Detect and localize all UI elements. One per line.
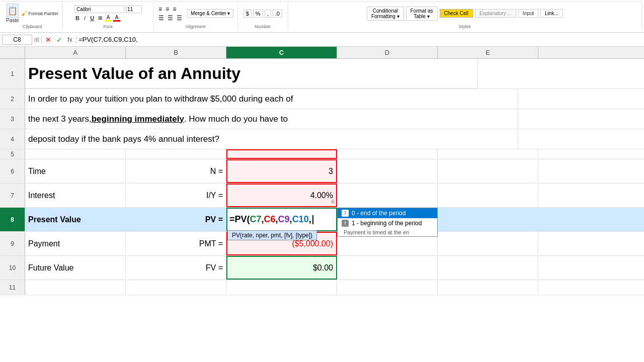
- conditional-formatting-button[interactable]: ConditionalFormatting ▾: [367, 7, 404, 21]
- cell-a10[interactable]: Future Value: [25, 256, 126, 280]
- rows-container: 1 Present Value of an Annuity 2 In order…: [0, 59, 644, 362]
- time-eq: N =: [210, 167, 223, 176]
- cell-e9[interactable]: [438, 232, 538, 255]
- cell-a7[interactable]: Interest: [25, 184, 126, 207]
- dollar-button[interactable]: $: [244, 10, 252, 18]
- cell-ref-divider-icon: ⊞: [34, 36, 39, 43]
- cell-b11[interactable]: [126, 280, 226, 295]
- row-num-11: 11: [0, 280, 25, 295]
- cell-a2[interactable]: In order to pay your tuition you plan to…: [25, 89, 518, 109]
- cell-e5[interactable]: [438, 149, 538, 159]
- excel-window: 📋 Paste 🖌 Format Painter Clipboard: [0, 0, 644, 362]
- autocomplete-item-icon-0: f: [342, 210, 349, 217]
- cell-c10[interactable]: $0.00: [226, 256, 337, 280]
- cell-c7[interactable]: 4.00% ⊕: [226, 184, 337, 207]
- comma-button[interactable]: ,: [265, 10, 271, 18]
- cell-c5[interactable]: [226, 149, 337, 159]
- cell-b8[interactable]: PV =: [126, 208, 226, 231]
- align-center-button[interactable]: ☰: [167, 14, 174, 22]
- col-header-a[interactable]: A: [25, 47, 126, 58]
- formula-text: =PV(C7,C6,C9,C10,: [229, 214, 311, 225]
- row-num-header: [0, 47, 25, 58]
- cell-a3[interactable]: the next 3 years, beginning immediately.…: [25, 109, 518, 129]
- desc-row3-part2: . How much do you have to: [184, 114, 288, 124]
- align-top-button[interactable]: ≡: [157, 5, 163, 13]
- cell-b5[interactable]: [126, 149, 226, 159]
- align-middle-button[interactable]: ≡: [165, 5, 170, 13]
- format-painter-button[interactable]: 🖌 Format Painter: [21, 10, 59, 17]
- cell-d8[interactable]: f 0 - end of the period f 1 - beginning …: [337, 208, 438, 231]
- cell-d6[interactable]: [337, 159, 438, 183]
- cell-a1[interactable]: Present Value of an Annuity: [25, 59, 478, 88]
- autocomplete-dropdown[interactable]: f 0 - end of the period f 1 - beginning …: [337, 208, 438, 237]
- cell-b6[interactable]: N =: [126, 159, 226, 183]
- table-row: 9 Payment PMT = ($5,000.00): [0, 232, 644, 256]
- font-color-button[interactable]: A: [113, 15, 120, 22]
- explanatory-button[interactable]: Explanatory ...: [475, 9, 516, 18]
- format-painter-label: Format Painter: [29, 11, 59, 16]
- desc-row3-part1: the next 3 years,: [28, 114, 92, 124]
- dec-inc-button[interactable]: .0: [273, 10, 282, 18]
- bold-button[interactable]: B: [74, 15, 81, 22]
- input-style-button[interactable]: Input: [518, 9, 538, 18]
- cell-e7[interactable]: [438, 184, 538, 207]
- cell-e8[interactable]: [438, 208, 538, 231]
- insert-function-button[interactable]: fx: [66, 36, 74, 43]
- merge-center-label: Merge & Center: [191, 11, 226, 16]
- align-right-button[interactable]: ☰: [176, 14, 183, 22]
- formula-tooltip: PV(rate, nper, pmt, [fv], [type]): [227, 230, 317, 240]
- percent-button[interactable]: %: [253, 10, 263, 18]
- cell-c11[interactable]: [226, 280, 337, 295]
- font-size-input[interactable]: [126, 6, 142, 13]
- row-num-6: 6: [0, 159, 25, 183]
- cell-d5[interactable]: [337, 149, 438, 159]
- col-header-b[interactable]: B: [126, 47, 226, 58]
- align-left-button[interactable]: ☰: [157, 14, 165, 22]
- cell-reference-box[interactable]: [2, 35, 32, 45]
- format-as-table-button[interactable]: Format asTable ▾: [406, 7, 438, 21]
- cell-c8[interactable]: =PV(C7,C6,C9,C10, PV(rate, nper, pmt, [f…: [226, 208, 337, 231]
- cell-a4[interactable]: deposit today if the bank pays 4% annual…: [25, 129, 518, 149]
- paste-button[interactable]: 📋 Paste: [6, 4, 19, 23]
- highlight-color-button[interactable]: A: [105, 15, 112, 22]
- merge-center-button[interactable]: Merge & Center ▾: [187, 9, 233, 18]
- cell-e6[interactable]: [438, 159, 538, 183]
- cell-b10[interactable]: FV =: [126, 256, 226, 280]
- autocomplete-item-1[interactable]: f 1 - beginning of the period: [338, 218, 437, 228]
- styles-group: ConditionalFormatting ▾ Format asTable ▾…: [288, 3, 642, 30]
- cell-b9[interactable]: PMT =: [126, 232, 226, 255]
- align-bottom-button[interactable]: ≡: [172, 5, 177, 13]
- cell-c6[interactable]: 3: [226, 159, 337, 183]
- italic-button[interactable]: I: [83, 15, 87, 22]
- border-button[interactable]: ⊞: [97, 15, 103, 21]
- autocomplete-item-0[interactable]: f 0 - end of the period: [338, 208, 437, 218]
- link-style-button[interactable]: Link...: [540, 9, 563, 18]
- cell-a9[interactable]: Payment: [25, 232, 126, 255]
- row-num-8: 8: [0, 208, 25, 231]
- cell-a11[interactable]: [25, 280, 126, 295]
- col-header-d[interactable]: D: [337, 47, 438, 58]
- cancel-formula-button[interactable]: ✕: [44, 36, 53, 44]
- cell-e10[interactable]: [438, 256, 538, 280]
- cell-a6[interactable]: Time: [25, 159, 126, 183]
- confirm-formula-button[interactable]: ✓: [55, 36, 64, 44]
- interest-value: 4.00%: [310, 191, 333, 200]
- row-num-9: 9: [0, 232, 25, 255]
- cell-b7[interactable]: I/Y =: [126, 184, 226, 207]
- cell-a5[interactable]: [25, 149, 126, 159]
- autocomplete-note: Payment is timed at the en: [338, 228, 437, 236]
- cell-e11[interactable]: [438, 280, 538, 295]
- cell-d7[interactable]: [337, 184, 438, 207]
- cell-a8[interactable]: Present Value: [25, 208, 126, 231]
- alignment-content: ≡ ≡ ≡ ☰ ☰ ☰ Merge & Center ▾: [157, 4, 233, 23]
- time-value: 3: [329, 167, 333, 176]
- cell-d10[interactable]: [337, 256, 438, 280]
- check-cell-button[interactable]: Check Cell: [440, 9, 473, 18]
- interest-label: Interest: [28, 191, 55, 200]
- underline-button[interactable]: U: [89, 15, 96, 22]
- cell-d11[interactable]: [337, 280, 438, 295]
- formula-input[interactable]: [78, 36, 642, 43]
- font-name-input[interactable]: [74, 6, 124, 13]
- col-header-c[interactable]: C: [226, 47, 337, 58]
- col-header-e[interactable]: E: [438, 47, 538, 58]
